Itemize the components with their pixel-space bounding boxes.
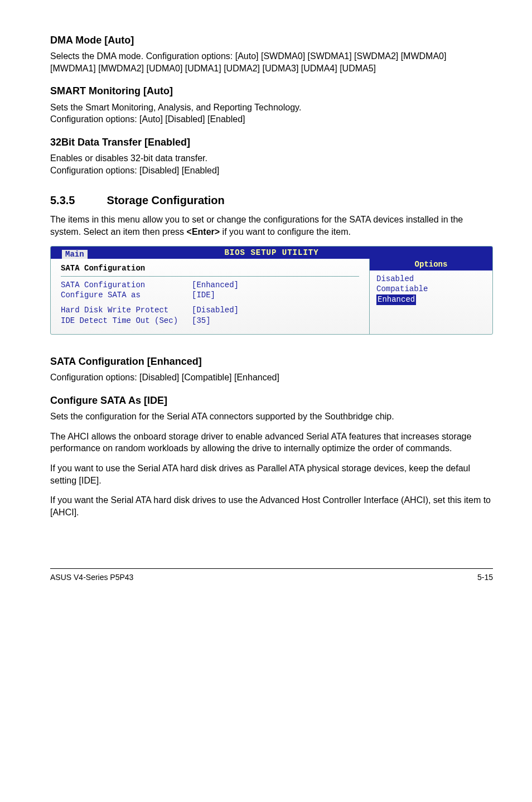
configure-sata-p4: If you want the Serial ATA hard disk dri… bbox=[50, 494, 493, 518]
section-title: Storage Configuration bbox=[107, 194, 225, 206]
bios-label: Configure SATA as bbox=[61, 290, 192, 301]
sata-config-enhanced-body: Configuration options: [Disabled] [Compa… bbox=[50, 371, 493, 384]
bios-section-title: SATA Configuration bbox=[61, 262, 359, 277]
configure-sata-p1: Sets the configuration for the Serial AT… bbox=[50, 410, 493, 423]
bios-left-pane: SATA Configuration SATA Configuration [E… bbox=[51, 259, 370, 334]
section-number: 5.3.5 bbox=[50, 193, 104, 208]
bios-label: SATA Configuration bbox=[61, 280, 192, 291]
storage-config-heading: 5.3.5 Storage Configuration bbox=[50, 193, 493, 208]
bios-right-pane: Options Disabled Compatiable Enhanced bbox=[370, 259, 492, 334]
bios-option-disabled[interactable]: Disabled bbox=[376, 274, 486, 284]
bios-value: [Disabled] bbox=[192, 305, 239, 316]
bios-row[interactable]: IDE Detect Time Out (Sec) [35] bbox=[61, 316, 359, 326]
intro-part2: if you want to configure the item. bbox=[220, 227, 351, 236]
bios-option-compatible[interactable]: Compatiable bbox=[376, 284, 486, 294]
smart-monitoring-heading: SMART Monitoring [Auto] bbox=[50, 84, 493, 98]
32bit-body: Enables or disables 32-bit data transfer… bbox=[50, 152, 493, 176]
bios-row[interactable]: Configure SATA as [IDE] bbox=[61, 290, 359, 301]
smart-text-1: Sets the Smart Monitoring, Analysis, and… bbox=[50, 103, 301, 112]
bios-options-header: Options bbox=[370, 259, 492, 270]
bios-main-tab[interactable]: Main bbox=[62, 250, 88, 259]
dma-mode-body: Selects the DMA mode. Configuration opti… bbox=[50, 50, 493, 74]
bios-value: [35] bbox=[192, 316, 211, 326]
dma-mode-heading: DMA Mode [Auto] bbox=[50, 33, 493, 47]
footer-left: ASUS V4-Series P5P43 bbox=[50, 572, 133, 583]
bios-screenshot: BIOS SETUP UTILITY Main SATA Configurati… bbox=[50, 246, 493, 335]
smart-text-2: Configuration options: [Auto] [Disabled]… bbox=[50, 114, 245, 124]
smart-monitoring-body: Sets the Smart Monitoring, Analysis, and… bbox=[50, 102, 493, 125]
bios-body: SATA Configuration SATA Configuration [E… bbox=[51, 259, 492, 334]
storage-config-intro: The items in this menu allow you to set … bbox=[50, 214, 493, 238]
page-footer: ASUS V4-Series P5P43 5-15 bbox=[50, 568, 493, 583]
configure-sata-ide-heading: Configure SATA As [IDE] bbox=[50, 394, 493, 407]
bios-option-enhanced[interactable]: Enhanced bbox=[376, 294, 416, 305]
32bit-text-2: Configuration options: [Disabled] [Enabl… bbox=[50, 166, 219, 175]
bios-label: Hard Disk Write Protect bbox=[61, 305, 192, 316]
bios-utility-title: BIOS SETUP UTILITY bbox=[224, 247, 318, 259]
bios-row[interactable]: SATA Configuration [Enhanced] bbox=[61, 280, 359, 291]
intro-bold: <Enter> bbox=[187, 227, 220, 236]
configure-sata-p3: If you want to use the Serial ATA hard d… bbox=[50, 462, 493, 486]
32bit-text-1: Enables or disables 32-bit data transfer… bbox=[50, 153, 207, 163]
bios-value: [Enhanced] bbox=[192, 280, 239, 291]
configure-sata-p2: The AHCI allows the onboard storage driv… bbox=[50, 431, 493, 455]
32bit-heading: 32Bit Data Transfer [Enabled] bbox=[50, 136, 493, 149]
sata-config-enhanced-heading: SATA Configuration [Enhanced] bbox=[50, 355, 493, 368]
bios-value: [IDE] bbox=[192, 290, 215, 301]
bios-label: IDE Detect Time Out (Sec) bbox=[61, 316, 192, 326]
bios-row[interactable]: Hard Disk Write Protect [Disabled] bbox=[61, 305, 359, 316]
bios-titlebar: BIOS SETUP UTILITY Main bbox=[51, 247, 492, 259]
footer-right: 5-15 bbox=[477, 572, 493, 583]
